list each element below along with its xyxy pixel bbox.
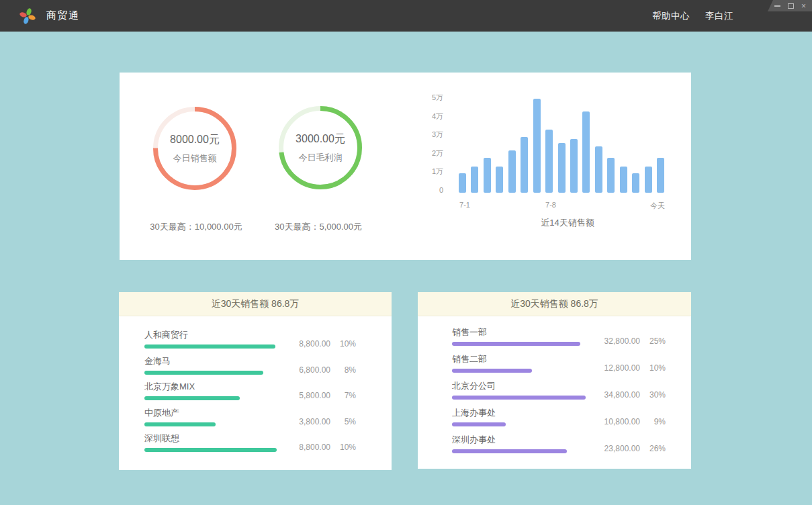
progress-bar — [144, 396, 277, 400]
list-item: 人和商贸行 8,800.0010% — [144, 330, 356, 356]
list-item: 销售一部 32,800.0025% — [452, 327, 666, 354]
department-sales-card: 近30天销售额 86.8万 销售一部 32,800.0025% 销售二部 12,… — [418, 292, 691, 469]
percent: 5% — [330, 417, 356, 426]
amount: 23,800.00 — [592, 444, 640, 453]
progress-bar — [452, 449, 586, 453]
minimize-icon[interactable] — [774, 5, 780, 7]
y-axis-tick: 5万 — [416, 93, 443, 102]
close-icon[interactable]: × — [801, 3, 806, 9]
x-axis-label-first: 7-1 — [459, 201, 470, 209]
today-profit-label: 今日毛利润 — [299, 152, 343, 164]
y-axis-tick: 2万 — [416, 148, 443, 158]
amount: 8,800.00 — [282, 339, 330, 349]
percent: 10% — [330, 443, 356, 452]
bar — [645, 167, 652, 193]
amount: 12,800.00 — [592, 363, 640, 373]
percent: 7% — [330, 391, 356, 400]
customer-sales-list: 人和商贸行 8,800.0010% 金海马 6,800.008% 北京万象MIX… — [144, 316, 356, 470]
bar — [607, 158, 615, 193]
department-sales-card-title: 近30天销售额 86.8万 — [418, 292, 691, 316]
customer-sales-card-title: 近30天销售额 86.8万 — [119, 292, 392, 316]
percent: 30% — [640, 390, 666, 400]
percent: 10% — [330, 339, 356, 349]
list-item: 北京分公司 34,800.0030% — [452, 381, 666, 408]
department-sales-list: 销售一部 32,800.0025% 销售二部 12,800.0010% 北京分公… — [452, 316, 666, 469]
list-item: 中原地产 3,800.005% — [144, 408, 356, 434]
bar — [508, 150, 516, 193]
amount: 10,800.00 — [592, 417, 640, 426]
percent: 10% — [640, 363, 666, 373]
bar — [471, 167, 478, 193]
customer-sales-card: 近30天销售额 86.8万 人和商贸行 8,800.0010% 金海马 6,80… — [119, 292, 392, 470]
bar — [521, 137, 528, 193]
brand: 商贸通 — [18, 5, 80, 26]
percent: 9% — [640, 417, 666, 426]
topbar: 商贸通 帮助中心 李白江 × — [0, 0, 812, 32]
bar — [582, 111, 590, 193]
amount: 5,800.00 — [282, 391, 330, 400]
x-axis-label-today: 今天 — [650, 201, 665, 211]
x-axis-label-mid: 7-8 — [545, 201, 556, 209]
progress-bar — [144, 345, 277, 349]
today-sales-value: 8000.00元 — [170, 133, 220, 147]
user-name-link[interactable]: 李白江 — [705, 10, 733, 22]
amount: 8,800.00 — [282, 443, 330, 452]
progress-bar — [144, 422, 277, 426]
today-profit-value: 3000.00元 — [296, 132, 345, 146]
list-item: 销售二部 12,800.0010% — [452, 354, 666, 381]
bar-chart-title: 近14天销售额 — [500, 217, 635, 229]
amount: 6,800.00 — [282, 365, 330, 375]
list-item: 金海马 6,800.008% — [144, 356, 356, 382]
daily-sales-bar-chart — [459, 95, 664, 193]
summary-card: 8000.00元 今日销售额 30天最高：10,000.00元 3000.00元… — [120, 73, 691, 260]
y-axis-tick: 0 — [416, 185, 443, 195]
bar — [570, 139, 578, 193]
app-title: 商贸通 — [46, 9, 80, 22]
maximize-icon[interactable] — [788, 3, 794, 9]
progress-bar — [144, 448, 277, 452]
list-item: 上海办事处 10,800.009% — [452, 408, 666, 434]
today-sales-label: 今日销售额 — [173, 152, 217, 165]
bar — [632, 173, 639, 193]
progress-bar — [452, 342, 586, 346]
bar — [533, 99, 541, 193]
app-window: 商贸通 帮助中心 李白江 × 8000.00元 今日销售额 30天最高：10,0… — [0, 0, 812, 505]
y-axis-tick: 3万 — [416, 130, 443, 139]
profit-30d-max: 30天最高：5,000.00元 — [244, 221, 392, 233]
bar — [459, 173, 466, 193]
pinwheel-logo-icon — [18, 6, 37, 26]
amount: 3,800.00 — [282, 417, 330, 426]
y-axis-tick: 4万 — [416, 111, 443, 121]
window-controls: × — [768, 0, 812, 11]
list-item: 深圳联想 8,800.0010% — [144, 433, 356, 459]
today-profit-donut: 3000.00元 今日毛利润 — [279, 106, 362, 189]
bar — [595, 146, 602, 193]
percent: 8% — [330, 365, 356, 375]
progress-bar — [144, 371, 277, 375]
amount: 32,800.00 — [592, 336, 640, 346]
bar — [484, 158, 491, 193]
progress-bar — [452, 396, 586, 400]
today-sales-donut: 8000.00元 今日销售额 — [153, 107, 236, 190]
top-nav: 帮助中心 李白江 — [652, 0, 733, 32]
bar — [620, 167, 627, 193]
bar — [558, 143, 566, 193]
bar — [545, 130, 553, 193]
progress-bar — [452, 422, 586, 426]
amount: 34,800.00 — [592, 390, 640, 400]
list-item: 深圳办事处 23,800.0026% — [452, 434, 666, 461]
bar — [657, 158, 664, 193]
bar — [496, 167, 503, 193]
percent: 26% — [640, 444, 666, 453]
y-axis-tick: 1万 — [416, 167, 443, 176]
help-center-link[interactable]: 帮助中心 — [652, 10, 690, 22]
percent: 25% — [640, 336, 666, 346]
progress-bar — [452, 369, 586, 373]
list-item: 北京万象MIX 5,800.007% — [144, 381, 356, 408]
